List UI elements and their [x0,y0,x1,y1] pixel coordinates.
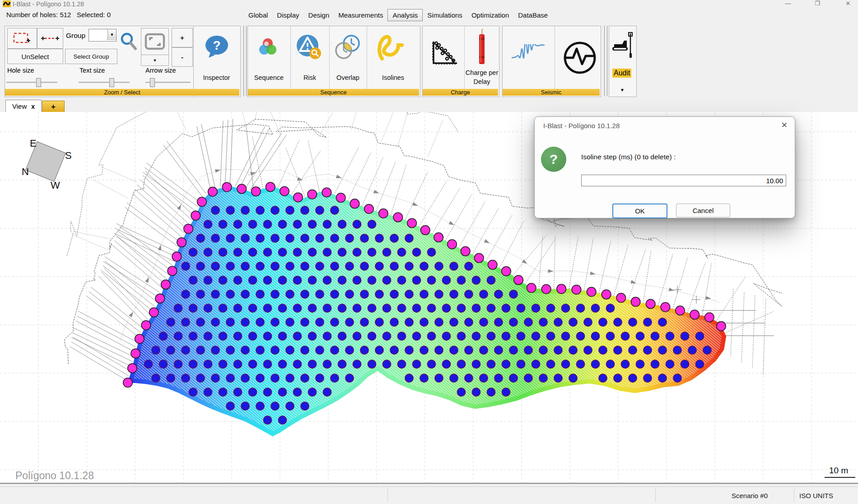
blast-hole[interactable] [576,304,585,313]
blast-hole[interactable] [293,332,302,341]
blast-hole[interactable] [412,332,421,341]
blast-hole[interactable] [167,374,175,383]
blast-hole[interactable] [301,206,309,215]
blast-hole[interactable] [539,374,548,383]
blast-hole[interactable] [375,346,384,355]
blast-hole[interactable] [390,262,399,271]
blast-hole[interactable] [524,318,533,327]
blast-hole[interactable] [182,346,190,355]
boundary-hole[interactable] [141,321,151,330]
blast-hole[interactable] [204,304,212,313]
sequence-button[interactable] [257,37,278,60]
boundary-hole[interactable] [690,310,699,319]
blast-hole[interactable] [703,346,712,355]
blast-hole[interactable] [241,346,250,355]
blast-hole[interactable] [435,262,443,271]
blast-hole[interactable] [405,234,414,243]
blast-hole[interactable] [435,318,443,327]
blast-hole[interactable] [666,360,674,369]
blast-hole[interactable] [189,360,197,369]
boundary-hole[interactable] [168,266,177,276]
blast-hole[interactable] [606,304,615,313]
blast-hole[interactable] [457,388,466,397]
blast-hole[interactable] [338,248,346,257]
blast-hole[interactable] [442,332,451,341]
blast-hole[interactable] [509,318,518,327]
blast-hole[interactable] [390,346,399,355]
blast-hole[interactable] [412,248,421,257]
blast-hole[interactable] [472,276,480,285]
blast-hole[interactable] [293,388,302,397]
blast-hole[interactable] [420,346,429,355]
boundary-hole[interactable] [197,197,207,207]
blast-hole[interactable] [576,360,585,369]
blast-hole[interactable] [629,374,637,383]
blast-hole[interactable] [621,332,630,341]
blast-hole[interactable] [331,234,339,243]
blast-hole[interactable] [472,388,480,397]
blast-hole[interactable] [353,332,361,341]
blast-hole[interactable] [390,318,399,327]
blast-hole[interactable] [524,346,533,355]
blast-hole[interactable] [457,276,466,285]
blast-hole[interactable] [494,318,503,327]
blast-hole[interactable] [286,206,294,215]
blast-hole[interactable] [517,332,525,341]
blast-hole[interactable] [316,318,324,327]
blast-hole[interactable] [345,262,354,271]
blast-hole[interactable] [457,360,466,369]
fit-view-caret[interactable]: ▼ [141,55,169,66]
restore-button[interactable]: ❐ [808,0,826,7]
blast-hole[interactable] [233,360,242,369]
blast-hole[interactable] [397,276,406,285]
blast-hole[interactable] [189,248,197,257]
blast-hole[interactable] [219,304,227,313]
blast-hole[interactable] [442,360,451,369]
blast-hole[interactable] [345,234,354,243]
boundary-hole[interactable] [222,182,232,192]
blast-hole[interactable] [375,290,384,299]
blast-hole[interactable] [353,360,361,369]
boundary-hole[interactable] [308,190,317,199]
blast-hole[interactable] [666,332,674,341]
blast-hole[interactable] [211,346,220,355]
blast-hole[interactable] [308,304,317,313]
boundary-hole[interactable] [616,293,626,303]
blast-hole[interactable] [256,290,265,299]
boundary-hole[interactable] [237,184,247,194]
blast-hole[interactable] [331,318,339,327]
blast-hole[interactable] [241,290,250,299]
blast-hole[interactable] [435,374,443,383]
blast-hole[interactable] [271,346,280,355]
audit-button[interactable] [611,32,634,62]
boundary-hole[interactable] [177,238,187,247]
blast-hole[interactable] [219,360,227,369]
blast-hole[interactable] [569,318,578,327]
blast-hole[interactable] [651,360,659,369]
blast-hole[interactable] [345,318,354,327]
blast-hole[interactable] [219,276,227,285]
blast-hole[interactable] [316,262,324,271]
blast-hole[interactable] [465,374,473,383]
blast-hole[interactable] [353,304,361,313]
blast-hole[interactable] [465,318,473,327]
tab-view[interactable]: View x [5,100,42,112]
blast-hole[interactable] [427,332,436,341]
blast-hole[interactable] [248,360,257,369]
blast-hole[interactable] [695,332,704,341]
select-group-button[interactable]: Select Group [65,49,117,64]
blast-hole[interactable] [233,220,242,229]
blast-hole[interactable] [263,304,272,313]
blast-hole[interactable] [405,374,414,383]
blast-hole[interactable] [219,220,227,229]
blast-hole[interactable] [301,262,309,271]
blast-hole[interactable] [405,318,414,327]
blast-hole[interactable] [301,374,309,383]
blast-hole[interactable] [614,318,622,327]
blast-hole[interactable] [539,318,548,327]
boundary-hole[interactable] [676,306,685,315]
boundary-hole[interactable] [587,287,596,296]
zoom-magnifier-button[interactable] [119,30,139,60]
blast-hole[interactable] [159,332,168,341]
blast-hole[interactable] [599,346,607,355]
